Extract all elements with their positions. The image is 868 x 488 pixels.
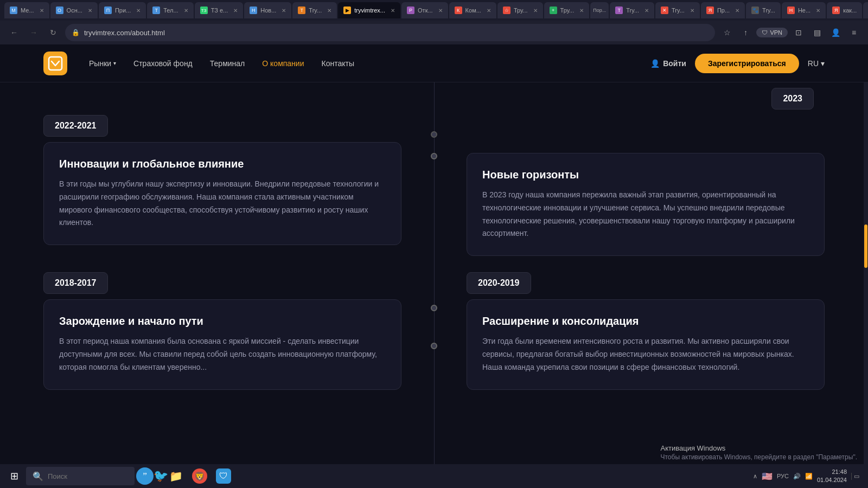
tab-1[interactable]: М Ме... ✕ — [4, 2, 49, 18]
vpn-icon: 🛡 — [762, 29, 768, 36]
year-2023-top: 2023 — [771, 88, 814, 110]
back-button[interactable]: ← — [7, 25, 22, 40]
timeline-right-1: Новые горизонты В 2023 году наша компани… — [434, 115, 825, 272]
login-button[interactable]: 👤 Войти — [650, 59, 686, 68]
nav-contacts-label: Контакты — [322, 59, 354, 68]
tab-17[interactable]: 🐾 Try... — [746, 2, 781, 18]
start-button[interactable]: ⊞ — [4, 466, 24, 486]
tab-18[interactable]: Н Не... ✕ — [782, 2, 826, 18]
nav-insurance[interactable]: Страховой фонд — [133, 59, 193, 68]
timeline-right-2: 2020-2019 Расширение и консолидация Эти … — [434, 272, 825, 406]
tab-7[interactable]: T Try... ✕ — [292, 2, 337, 18]
language-selector[interactable]: RU ▾ — [808, 59, 825, 68]
date-display: 01.04.2024 — [817, 476, 847, 484]
site-logo[interactable] — [43, 52, 67, 75]
nav-auth: 👤 Войти Зарегистрироваться RU ▾ — [650, 54, 825, 73]
register-button[interactable]: Зарегистрироваться — [695, 54, 799, 73]
user-icon: 👤 — [650, 59, 660, 68]
bookmark-icon[interactable]: ☆ — [719, 25, 735, 40]
nav-terminal[interactable]: Терминал — [210, 59, 245, 68]
tab-9[interactable]: P Отк... ✕ — [401, 2, 448, 18]
card-2022-title: Инновации и глобальное влияние — [59, 158, 386, 170]
timeline-dot-2023 — [431, 153, 437, 159]
menu-button[interactable]: ≡ — [846, 25, 861, 40]
card-2023-title: Новые горизонты — [482, 169, 809, 181]
taskbar-search[interactable]: 🔍 — [26, 467, 135, 485]
scrollbar-thumb[interactable] — [864, 224, 867, 268]
tab-6[interactable]: Н Нов... ✕ — [244, 2, 291, 18]
card-2023-text: В 2023 году наша компания пережила важны… — [482, 189, 809, 240]
scrollbar-track[interactable] — [864, 82, 868, 488]
activation-subtitle: Чтобы активировать Windows, перейдите в … — [660, 453, 857, 461]
tab-4[interactable]: Т Тел... ✕ — [147, 2, 193, 18]
taskbar-brave[interactable]: 🦁 — [189, 465, 210, 487]
sidebar-icon[interactable]: ▤ — [809, 25, 825, 40]
year-2023-badge: 2023 — [771, 88, 814, 110]
login-label: Войти — [663, 59, 686, 68]
extensions-icon[interactable]: ⊡ — [791, 25, 806, 40]
year-2018-badge: 2018-2017 — [43, 272, 108, 294]
taskbar-shield[interactable]: 🛡 — [213, 465, 234, 487]
taskbar-bird-app[interactable]: 🐦 — [141, 465, 163, 487]
year-2022-badge: 2022-2021 — [43, 115, 108, 137]
tab-10[interactable]: К Ком... ✕ — [449, 2, 496, 18]
card-2020-title: Расширение и консолидация — [482, 315, 809, 328]
tray-volume[interactable]: 🔊 — [793, 473, 801, 480]
card-2023: Новые горизонты В 2023 году наша компани… — [467, 153, 825, 256]
tray-network[interactable]: 📶 — [805, 473, 813, 480]
tab-12[interactable]: + Тру... ✕ — [544, 2, 590, 18]
timeline-line — [434, 82, 435, 464]
nav-insurance-label: Страховой фонд — [133, 59, 193, 68]
website-content: Рынки ▾ Страховой фонд Терминал О компан… — [0, 44, 868, 488]
lang-chevron-icon: ▾ — [821, 59, 825, 68]
windows-activation: Активация Windows Чтобы активировать Win… — [660, 444, 857, 461]
tab-bar: М Ме... ✕ О Осн... ✕ П При... ✕ Т Тел...… — [0, 0, 868, 21]
tab-5[interactable]: ТЗ ТЗ е... ✕ — [195, 2, 244, 18]
activation-title: Активация Windows — [660, 444, 857, 452]
card-2018-title: Зарождение и начало пути — [59, 315, 386, 328]
browser-nav-bar: ← → ↻ 🔒 tryvimtrex.com/about.html ☆ ↑ 🛡 … — [0, 21, 868, 44]
nav-about[interactable]: О компании — [262, 59, 304, 68]
card-2022-text: В эти годы мы углубили нашу экспертизу и… — [59, 178, 386, 229]
url-display: tryvimtrex.com/about.html — [84, 29, 709, 37]
browser-chrome: М Ме... ✕ О Осн... ✕ П При... ✕ Т Тел...… — [0, 0, 868, 44]
timeline-left-1: 2022-2021 Инновации и глобальное влияние… — [43, 115, 434, 272]
refresh-button[interactable]: ↻ — [46, 25, 61, 40]
browser-nav-actions: ☆ ↑ 🛡 VPN ⊡ ▤ 👤 ≡ — [719, 25, 861, 40]
lang-label: RU — [808, 59, 819, 68]
nav-about-label: О компании — [262, 59, 304, 68]
card-2022: Инновации и глобальное влияние В эти год… — [43, 142, 401, 245]
tray-lang-label[interactable]: РУС — [777, 473, 789, 479]
profile-icon[interactable]: 👤 — [828, 25, 843, 40]
taskbar-tray: ∧ 🇺🇸 РУС 🔊 📶 21:48 01.04.2024 ▭ — [753, 468, 864, 485]
tab-13[interactable]: Пор... — [590, 2, 609, 18]
share-icon[interactable]: ↑ — [738, 25, 753, 40]
card-2020-text: Эти года были временем интенсивного рост… — [482, 335, 809, 374]
forward-button[interactable]: → — [26, 25, 41, 40]
tab-14[interactable]: T Try... ✕ — [610, 2, 654, 18]
tab-11[interactable]: ☆ Тру... ✕ — [497, 2, 543, 18]
site-header: Рынки ▾ Страховой фонд Терминал О компан… — [0, 44, 868, 82]
vpn-label: VPN — [770, 29, 782, 36]
tray-up-arrow[interactable]: ∧ — [753, 473, 757, 480]
search-input[interactable] — [48, 472, 124, 480]
markets-chevron-icon: ▾ — [113, 60, 116, 66]
nav-markets-label: Рынки — [89, 59, 111, 68]
tab-20[interactable]: 📄 tryv... ✕ — [863, 2, 868, 18]
tray-lang[interactable]: 🇺🇸 — [762, 471, 773, 481]
address-bar[interactable]: 🔒 tryvimtrex.com/about.html — [65, 24, 715, 41]
nav-contacts[interactable]: Контакты — [322, 59, 354, 68]
tab-3[interactable]: П При... ✕ — [99, 2, 146, 18]
tray-time: 21:48 01.04.2024 — [817, 468, 847, 485]
nav-terminal-label: Терминал — [210, 59, 245, 68]
tab-15[interactable]: ✕ Try... ✕ — [655, 2, 700, 18]
taskbar-fileexplorer[interactable]: 📁 — [165, 465, 187, 487]
tab-8-active[interactable]: ▶ tryvimtrex... ✕ — [338, 2, 400, 18]
tab-2[interactable]: О Осн... ✕ — [50, 2, 98, 18]
taskbar-apps: 🐦 📁 🦁 🛡 — [137, 465, 445, 487]
tray-show-desktop[interactable]: ▭ — [851, 473, 859, 480]
vpn-badge[interactable]: 🛡 VPN — [756, 28, 788, 37]
tab-19[interactable]: Я как... — [827, 2, 862, 18]
nav-markets[interactable]: Рынки ▾ — [89, 59, 116, 68]
tab-16[interactable]: Я Пр... ✕ — [701, 2, 745, 18]
